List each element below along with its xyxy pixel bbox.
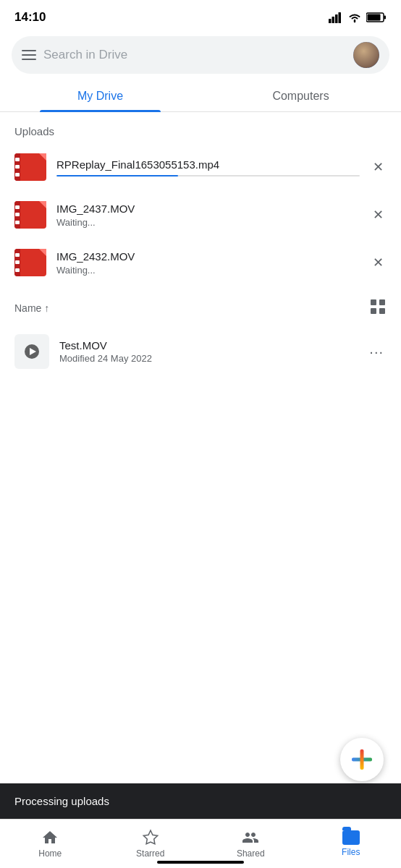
- sort-arrow-icon: ↑: [44, 302, 49, 314]
- upload-info-1: RPReplay_Final1653055153.mp4: [56, 158, 360, 176]
- uploads-section-header: Uploads: [0, 112, 401, 143]
- folder-icon: [342, 830, 360, 845]
- svg-rect-7: [371, 299, 376, 305]
- home-bar: [157, 861, 244, 864]
- upload-item-3: IMG_2432.MOV Waiting... ✕: [0, 239, 401, 286]
- svg-rect-10: [379, 308, 385, 314]
- upload-cancel-btn-3[interactable]: ✕: [370, 252, 387, 273]
- status-bar: 14:10: [0, 0, 401, 32]
- home-icon: [41, 829, 59, 846]
- sort-label[interactable]: Name ↑: [14, 302, 49, 314]
- tab-my-drive[interactable]: My Drive: [0, 80, 200, 111]
- processing-text: Processing uploads: [14, 795, 109, 807]
- signal-icon: [329, 12, 343, 23]
- search-bar[interactable]: Search in Drive: [12, 36, 389, 74]
- play-icon-1: [25, 344, 39, 359]
- upload-status-2: Waiting...: [56, 217, 360, 228]
- tab-computers[interactable]: Computers: [200, 80, 401, 111]
- nav-label-shared: Shared: [237, 848, 265, 859]
- file-more-btn-1[interactable]: ···: [366, 341, 387, 363]
- svg-rect-0: [329, 19, 332, 23]
- status-time: 14:10: [14, 10, 46, 25]
- file-icon-video-2: [14, 201, 46, 229]
- hamburger-icon[interactable]: [22, 50, 36, 60]
- file-name-1: Test.MOV: [59, 339, 356, 352]
- grid-view-icon[interactable]: [369, 298, 387, 318]
- upload-item-1: RPReplay_Final1653055153.mp4 ✕: [0, 143, 401, 191]
- fab-plus-icon: [352, 749, 372, 770]
- wifi-icon: [347, 12, 362, 23]
- film-strip: [14, 153, 20, 181]
- file-item-1[interactable]: Test.MOV Modified 24 May 2022 ···: [0, 326, 401, 378]
- search-placeholder: Search in Drive: [43, 48, 346, 62]
- star-icon: [142, 829, 159, 846]
- upload-progress-bar-1: [56, 175, 360, 176]
- upload-item-2: IMG_2437.MOV Waiting... ✕: [0, 191, 401, 239]
- sort-header: Name ↑: [0, 286, 401, 326]
- file-thumbnail-1: [14, 334, 49, 369]
- play-triangle-1: [30, 348, 36, 355]
- tabs: My Drive Computers: [0, 80, 401, 112]
- svg-rect-9: [371, 308, 376, 314]
- film-strip-3: [14, 249, 20, 276]
- svg-rect-8: [379, 299, 385, 305]
- people-icon: [242, 829, 259, 846]
- svg-rect-2: [335, 14, 338, 23]
- upload-progress-fill-1: [56, 175, 178, 176]
- nav-item-home[interactable]: Home: [0, 820, 101, 868]
- avatar-image: [353, 42, 379, 68]
- nav-item-files[interactable]: Files: [301, 820, 402, 868]
- svg-rect-5: [384, 16, 387, 20]
- file-meta-1: Modified 24 May 2022: [59, 353, 356, 364]
- nav-label-files: Files: [342, 847, 360, 857]
- film-strip-2: [14, 201, 20, 229]
- upload-info-3: IMG_2432.MOV Waiting...: [56, 250, 360, 276]
- file-icon-video-1: [14, 153, 46, 181]
- file-details-1: Test.MOV Modified 24 May 2022: [59, 339, 356, 364]
- nav-label-starred: Starred: [136, 848, 164, 859]
- upload-cancel-btn-1[interactable]: ✕: [370, 156, 387, 178]
- svg-rect-1: [332, 17, 335, 23]
- svg-rect-6: [368, 14, 381, 21]
- fab-add-button[interactable]: [340, 738, 384, 781]
- upload-info-2: IMG_2437.MOV Waiting...: [56, 203, 360, 228]
- avatar[interactable]: [353, 42, 379, 68]
- upload-status-3: Waiting...: [56, 265, 360, 276]
- svg-rect-3: [339, 12, 342, 23]
- nav-label-home: Home: [38, 848, 62, 859]
- fab-vertical-bar: [360, 749, 364, 770]
- processing-banner: Processing uploads: [0, 783, 401, 819]
- sort-label-text: Name: [14, 302, 41, 314]
- battery-icon: [366, 12, 387, 23]
- upload-filename-1: RPReplay_Final1653055153.mp4: [56, 158, 360, 171]
- status-icons: [329, 12, 387, 23]
- upload-filename-2: IMG_2437.MOV: [56, 203, 360, 215]
- upload-filename-3: IMG_2432.MOV: [56, 250, 360, 263]
- file-icon-video-3: [14, 249, 46, 276]
- upload-cancel-btn-2[interactable]: ✕: [370, 204, 387, 226]
